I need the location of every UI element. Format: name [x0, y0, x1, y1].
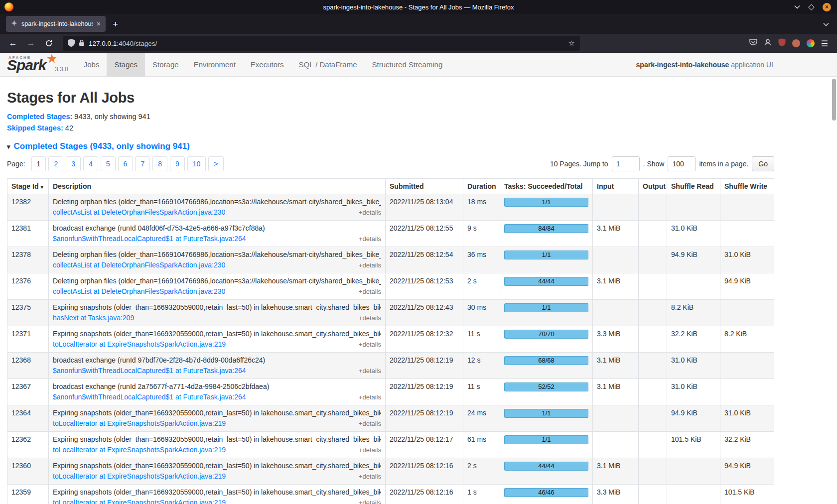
stage-detail-link[interactable]: collectAsList at DeleteOrphanFilesSparkA…	[53, 287, 225, 296]
column-header[interactable]: Duration	[463, 179, 500, 194]
nav-item[interactable]: SQL / DataFrame	[291, 53, 365, 77]
forward-button[interactable]: →	[24, 36, 38, 50]
bookmark-star-icon[interactable]: ☆	[568, 39, 575, 48]
column-header[interactable]: Stage Id▾	[7, 179, 49, 194]
tasks-cell: 52/52	[500, 379, 593, 405]
account-icon[interactable]	[764, 38, 772, 48]
shade-window-button[interactable]	[794, 5, 800, 9]
page-button[interactable]: 8	[152, 156, 167, 171]
skipped-stages-link[interactable]: Skipped Stages:	[7, 124, 63, 132]
page-button[interactable]: 5	[101, 156, 116, 171]
url-bar[interactable]: 127.0.0.1:4040/stages/ ☆	[63, 36, 580, 51]
tasks-progress-label: 46/46	[538, 489, 555, 496]
column-header[interactable]: Description	[49, 179, 386, 194]
output-cell	[639, 485, 667, 504]
duration-cell: 11 s	[463, 326, 500, 353]
page-button[interactable]: 1	[31, 156, 46, 171]
page-button[interactable]: 6	[118, 156, 133, 171]
page-button[interactable]: 9	[170, 156, 185, 171]
description-cell: Expiring snapshots (older_than=166932055…	[49, 458, 386, 485]
details-toggle[interactable]: +details	[359, 472, 381, 481]
nav-item[interactable]: Structured Streaming	[365, 53, 450, 77]
profile-avatar-icon[interactable]	[792, 39, 800, 47]
adblock-shield-icon[interactable]	[778, 38, 786, 48]
column-header[interactable]: Input	[593, 179, 639, 194]
nav-item[interactable]: Environment	[186, 53, 243, 77]
shuffle-read-cell: 31.0 KiB	[667, 379, 720, 405]
url-text[interactable]: 127.0.0.1:4040/stages/	[89, 40, 564, 47]
stage-detail-link[interactable]: toLocalIterator at ExpireSnapshotsSparkA…	[53, 340, 226, 349]
details-toggle[interactable]: +details	[359, 446, 381, 454]
stage-detail-link[interactable]: hasNext at Tasks.java:209	[53, 314, 134, 322]
nav-item[interactable]: Executors	[243, 53, 291, 77]
page-button[interactable]: 10	[187, 156, 206, 171]
pocket-icon[interactable]	[749, 39, 757, 48]
duration-cell: 36 ms	[463, 247, 500, 273]
tab-favicon-icon	[11, 20, 17, 28]
browser-tab[interactable]: spark-ingest-into-lakehous ×	[6, 16, 106, 32]
jump-to-label: 10 Pages. Jump to	[550, 160, 608, 168]
page-button[interactable]: 7	[135, 156, 150, 171]
page-button[interactable]: 2	[48, 156, 63, 171]
description-cell: Expiring snapshots (older_than=166932055…	[49, 326, 386, 353]
tracking-shield-icon[interactable]	[68, 39, 75, 48]
items-per-page-input[interactable]	[668, 156, 696, 171]
all-tabs-dropdown-icon[interactable]	[823, 19, 829, 28]
page-content: Stages for All Jobs Completed Stages: 94…	[0, 77, 781, 504]
tab-title: spark-ingest-into-lakehous	[21, 20, 93, 27]
details-toggle[interactable]: +details	[359, 287, 381, 296]
stage-detail-link[interactable]: toLocalIterator at ExpireSnapshotsSparkA…	[53, 446, 226, 454]
page-button[interactable]: >	[208, 156, 223, 171]
stage-detail-link[interactable]: $anonfun$withThreadLocalCaptured$1 at Fu…	[53, 367, 246, 375]
duration-cell: 24 ms	[463, 405, 500, 432]
close-window-button[interactable]: ×	[823, 3, 831, 11]
padlock-icon[interactable]	[79, 39, 85, 48]
spark-logo[interactable]: APACHE Spark	[7, 53, 55, 76]
details-toggle[interactable]: +details	[359, 261, 381, 269]
stage-detail-link[interactable]: $anonfun$withThreadLocalCaptured$1 at Fu…	[53, 393, 246, 401]
tasks-progress-bar: 44/44	[504, 277, 588, 286]
tasks-cell: 46/46	[500, 485, 593, 504]
jump-to-input[interactable]	[612, 156, 640, 171]
new-tab-button[interactable]: +	[113, 19, 118, 29]
scrollbar-thumb[interactable]	[832, 79, 836, 121]
tab-close-icon[interactable]: ×	[97, 20, 101, 28]
column-header[interactable]: Shuffle Write	[720, 179, 774, 194]
nav-item[interactable]: Jobs	[76, 53, 107, 77]
column-header[interactable]: Tasks: Succeeded/Total	[500, 179, 593, 194]
page-button[interactable]: 3	[66, 156, 81, 171]
details-toggle[interactable]: +details	[359, 393, 381, 401]
go-button[interactable]: Go	[752, 156, 774, 171]
nav-item[interactable]: Storage	[145, 53, 186, 77]
table-row: 12368 broadcast exchange (runId 97bdf70e…	[7, 353, 774, 379]
extension-pinwheel-icon[interactable]	[807, 39, 815, 47]
details-toggle[interactable]: +details	[359, 367, 381, 375]
stage-detail-link[interactable]: toLocalIterator at ExpireSnapshotsSparkA…	[53, 419, 226, 428]
back-button[interactable]: ←	[6, 36, 20, 50]
stage-description: Expiring snapshots (older_than=166932055…	[53, 303, 381, 312]
stage-detail-link[interactable]: collectAsList at DeleteOrphanFilesSparkA…	[53, 208, 225, 217]
column-header[interactable]: Shuffle Read	[667, 179, 720, 194]
stage-detail-link[interactable]: $anonfun$withThreadLocalCaptured$1 at Fu…	[53, 235, 246, 243]
stage-detail-link[interactable]: toLocalIterator at ExpireSnapshotsSparkA…	[53, 499, 226, 504]
shuffle-write-cell: 31.0 KiB	[720, 247, 774, 273]
completed-stages-link[interactable]: Completed Stages:	[7, 113, 72, 121]
details-toggle[interactable]: +details	[359, 314, 381, 322]
duration-cell: 18 ms	[463, 194, 500, 221]
description-cell: Deleting orphan files (older_than=166910…	[49, 247, 386, 273]
column-header[interactable]: Output	[639, 179, 667, 194]
details-toggle[interactable]: +details	[359, 208, 381, 217]
column-header[interactable]: Submitted	[386, 179, 463, 194]
details-toggle[interactable]: +details	[359, 419, 381, 428]
maximize-button[interactable]	[809, 5, 814, 9]
details-toggle[interactable]: +details	[359, 340, 381, 349]
stage-detail-link[interactable]: collectAsList at DeleteOrphanFilesSparkA…	[53, 261, 225, 269]
reload-button[interactable]	[42, 36, 56, 50]
details-toggle[interactable]: +details	[359, 235, 381, 243]
nav-item[interactable]: Stages	[107, 53, 145, 77]
page-button[interactable]: 4	[83, 156, 98, 171]
details-toggle[interactable]: +details	[359, 499, 381, 504]
stage-detail-link[interactable]: toLocalIterator at ExpireSnapshotsSparkA…	[53, 472, 226, 481]
menu-button[interactable]: ☰	[821, 39, 828, 48]
completed-stages-section-toggle[interactable]: ▾ Completed Stages (9433, only showing 9…	[7, 141, 781, 151]
